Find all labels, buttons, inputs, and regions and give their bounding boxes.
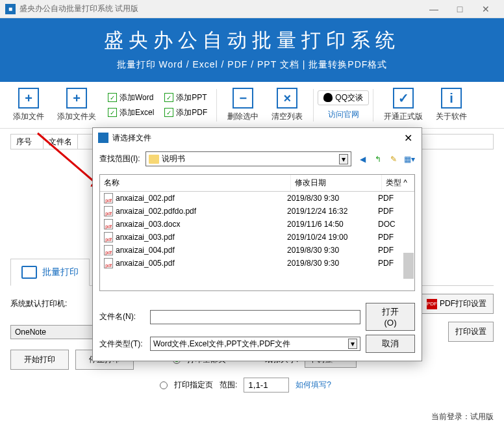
file-row[interactable]: pdfanxaizai_002.pdf2019/8/30 9:30PDF: [100, 192, 414, 205]
file-row[interactable]: pdfanxaizai_004.pdf2019/8/30 9:30PDF: [100, 244, 414, 257]
pdf-icon: PDF: [427, 299, 437, 309]
range-input[interactable]: [244, 378, 289, 393]
chevron-down-icon: ▾: [348, 339, 357, 349]
upgrade-button[interactable]: ✓ 开通正式版: [384, 88, 423, 122]
qq-chat-button[interactable]: QQ交谈: [318, 90, 369, 105]
file-row[interactable]: pdfanxaizai_003.docx2019/11/6 14:50DOC: [100, 218, 414, 231]
qq-section: QQ交谈 访问官网: [318, 90, 369, 120]
about-label: 关于软件: [436, 111, 467, 122]
new-folder-icon[interactable]: ✎: [388, 153, 399, 165]
file-icon: pdf: [104, 258, 113, 268]
file-list: 名称 修改日期 类型 ^ pdfanxaizai_002.pdf2019/8/3…: [99, 174, 415, 291]
range-label: 范围:: [220, 380, 237, 391]
folder-icon: [149, 155, 159, 164]
upgrade-label: 开通正式版: [384, 111, 423, 122]
titlebar: ■ 盛央办公自动批量打印系统 试用版 — □ ✕: [0, 0, 504, 18]
hero-banner: 盛央办公自动批量打印系统 批量打印 Word / Excel / PDF / P…: [0, 18, 504, 82]
start-print-button[interactable]: 开始打印: [10, 350, 69, 370]
add-ppt-check[interactable]: ✓添加PPT: [164, 92, 207, 103]
back-icon[interactable]: ◀: [357, 153, 368, 165]
add-folder-icon: +: [66, 88, 87, 109]
file-icon: pdf: [104, 193, 113, 203]
add-pdf-check[interactable]: ✓添加PDF: [164, 107, 207, 118]
location-label: 查找范围(I):: [99, 153, 140, 164]
qq-icon: [323, 93, 333, 102]
view-icon[interactable]: ▦▾: [403, 153, 415, 165]
add-folder-button[interactable]: + 添加文件夹: [57, 88, 96, 122]
how-fill-link[interactable]: 如何填写?: [296, 380, 331, 391]
default-printer-label: 系统默认打印机:: [10, 298, 75, 309]
format-checks-left: ✓添加Word ✓添加Excel: [108, 92, 154, 118]
info-icon: i: [441, 88, 462, 109]
close-button[interactable]: ✕: [473, 0, 499, 18]
file-row[interactable]: pdfanxaizai_002.pdfdo.pdf2019/12/24 16:3…: [100, 205, 414, 218]
app-subtitle: 批量打印 Word / Excel / PDF / PPT 文档 | 批量转换P…: [0, 59, 504, 71]
clear-label: 清空列表: [271, 111, 303, 122]
add-file-icon: +: [18, 88, 39, 109]
col-filename: 文件名: [44, 135, 78, 149]
filename-label: 文件名(N):: [99, 311, 145, 322]
filetype-label: 文件类型(T):: [99, 339, 145, 350]
file-row[interactable]: pdfanxaizai_005.pdf2019/8/30 9:30PDF: [100, 257, 414, 270]
print-range-label: 打印指定页: [174, 380, 213, 391]
chevron-down-icon: ▾: [339, 154, 348, 164]
add-folder-label: 添加文件夹: [57, 111, 96, 122]
add-excel-check[interactable]: ✓添加Excel: [108, 107, 154, 118]
add-file-label: 添加文件: [13, 111, 44, 122]
check-icon: ✓: [393, 88, 414, 109]
clear-icon: ×: [277, 88, 297, 109]
dialog-titlebar: 请选择文件 ✕: [93, 128, 422, 148]
pdf-settings-button[interactable]: PDF PDF打印设置: [420, 294, 494, 314]
file-row[interactable]: pdfanxaizai_003.pdf2019/10/24 19:00PDF: [100, 231, 414, 244]
delete-icon: −: [233, 88, 253, 109]
delete-label: 删除选中: [227, 111, 258, 122]
window-title: 盛央办公自动批量打印系统 试用版: [19, 3, 138, 14]
delete-selected-button[interactable]: − 删除选中: [227, 88, 258, 122]
maximize-button[interactable]: □: [447, 0, 473, 18]
cancel-button[interactable]: 取消: [366, 335, 415, 353]
dialog-icon: [98, 133, 108, 143]
col-name[interactable]: 名称: [100, 175, 291, 191]
col-type[interactable]: 类型 ^: [382, 175, 414, 191]
filetype-combo[interactable]: Word文件,Excel文件,PPT文件,PDF文件 ▾: [150, 337, 360, 351]
file-icon: pdf: [104, 219, 113, 229]
nav-buttons: ◀ ↰ ✎ ▦▾: [357, 153, 415, 165]
printer-icon: [21, 266, 37, 279]
app-title: 盛央办公自动批量打印系统: [0, 27, 504, 54]
tab-batch-print[interactable]: 批量打印: [10, 259, 90, 286]
about-button[interactable]: i 关于软件: [436, 88, 467, 122]
app-icon: ■: [5, 4, 16, 14]
print-settings-button[interactable]: 打印设置: [448, 322, 494, 342]
scrollbar-thumb[interactable]: [403, 253, 414, 279]
visit-site-link[interactable]: 访问官网: [328, 109, 359, 120]
up-icon[interactable]: ↰: [372, 153, 384, 165]
toolbar: + 添加文件 + 添加文件夹 ✓添加Word ✓添加Excel ✓添加PPT ✓…: [0, 82, 504, 129]
add-word-check[interactable]: ✓添加Word: [108, 92, 154, 103]
location-combo[interactable]: 说明书 ▾: [145, 151, 351, 166]
file-icon: pdf: [104, 245, 113, 255]
minimize-button[interactable]: —: [421, 0, 447, 18]
clear-list-button[interactable]: × 清空列表: [271, 88, 303, 122]
file-icon: pdf: [104, 232, 113, 242]
col-seq: 序号: [11, 135, 44, 149]
dialog-title: 请选择文件: [112, 133, 151, 144]
add-file-button[interactable]: + 添加文件: [13, 88, 44, 122]
format-checks-right: ✓添加PPT ✓添加PDF: [164, 92, 207, 118]
file-open-dialog: 请选择文件 ✕ 查找范围(I): 说明书 ▾ ◀ ↰ ✎ ▦▾ 名称 修改日期 …: [92, 127, 422, 361]
open-button[interactable]: 打开(O): [366, 303, 415, 331]
dialog-close-button[interactable]: ✕: [400, 132, 416, 144]
col-date[interactable]: 修改日期: [291, 175, 382, 191]
status-bar: 当前登录：试用版: [431, 411, 494, 422]
file-icon: pdf: [104, 206, 113, 216]
filename-input[interactable]: [150, 310, 360, 324]
print-range-radio[interactable]: [160, 381, 168, 389]
